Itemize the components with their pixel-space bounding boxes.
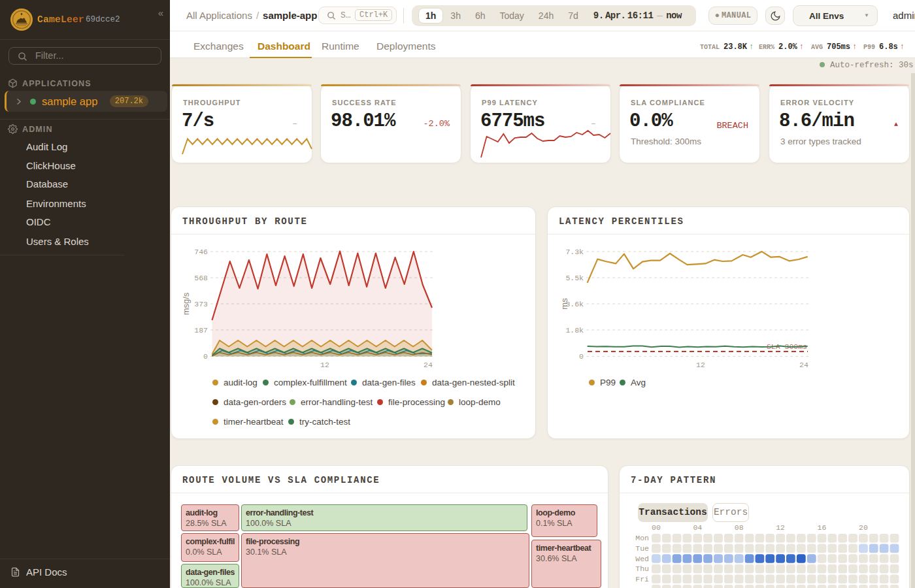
svg-text:Wed: Wed xyxy=(635,555,649,563)
svg-text:04: 04 xyxy=(693,523,702,532)
svg-text:20: 20 xyxy=(859,523,868,532)
svg-text:Tue: Tue xyxy=(635,544,649,553)
svg-text:12: 12 xyxy=(320,361,329,369)
svg-text:5.5k: 5.5k xyxy=(565,274,584,282)
svg-text:568: 568 xyxy=(194,274,208,282)
svg-text:ms: ms xyxy=(559,298,569,310)
svg-text:373: 373 xyxy=(194,300,208,308)
svg-text:0: 0 xyxy=(203,352,208,361)
svg-text:187: 187 xyxy=(194,326,208,335)
svg-text:0: 0 xyxy=(579,352,584,361)
svg-text:12: 12 xyxy=(776,523,785,532)
svg-text:Thu: Thu xyxy=(635,564,649,573)
svg-text:24: 24 xyxy=(799,361,808,369)
svg-text:16: 16 xyxy=(818,523,827,532)
svg-text:00: 00 xyxy=(652,523,661,532)
svg-text:12: 12 xyxy=(696,361,705,369)
svg-text:Mon: Mon xyxy=(635,534,649,542)
svg-text:1.8k: 1.8k xyxy=(565,326,584,335)
svg-text:08: 08 xyxy=(735,523,744,532)
svg-text:24: 24 xyxy=(424,361,433,369)
svg-text:7.3k: 7.3k xyxy=(565,248,584,256)
svg-text:msg/s: msg/s xyxy=(181,292,191,315)
svg-text:Fri: Fri xyxy=(635,575,649,583)
svg-text:746: 746 xyxy=(194,248,208,256)
